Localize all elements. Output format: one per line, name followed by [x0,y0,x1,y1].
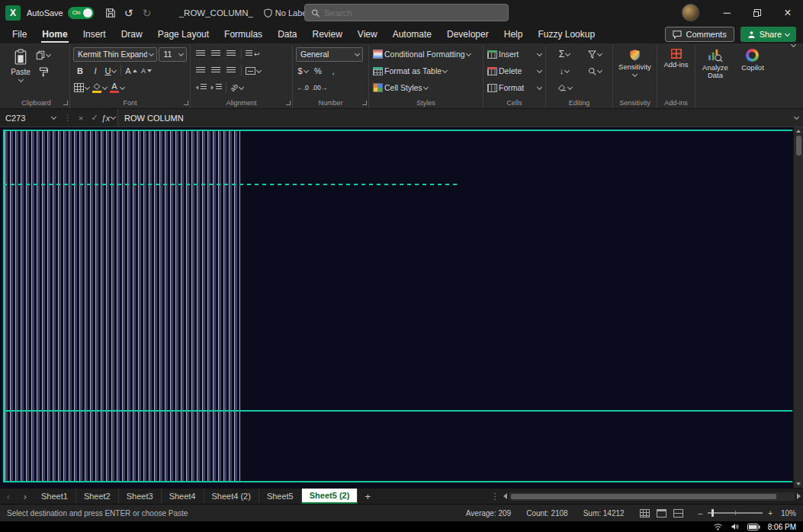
battery-icon[interactable] [747,524,760,530]
format-cells-button[interactable]: Format [487,81,542,95]
sensitivity-button[interactable]: Sensitivity [618,46,651,98]
sheet-tab-sheet2[interactable]: Sheet2 [76,489,119,504]
ribbon-tab-insert[interactable]: Insert [75,25,114,43]
number-format-select[interactable]: General [296,47,363,62]
copy-button[interactable] [35,48,51,62]
sort-filter-button[interactable] [580,47,610,61]
conditional-formatting-button[interactable]: Conditional Formatting [372,47,480,61]
accounting-format-button[interactable]: $ [296,64,310,78]
percent-style-button[interactable]: % [311,64,325,78]
alignment-dialog-launcher[interactable] [286,101,291,105]
align-middle-button[interactable] [209,47,223,61]
ribbon-tab-formulas[interactable]: Formulas [217,25,270,43]
search-bar[interactable] [304,4,509,21]
align-right-button[interactable] [224,64,238,78]
page-layout-view-button[interactable] [657,509,666,518]
underline-button[interactable]: U [104,64,117,78]
fill-color-button[interactable] [92,81,108,95]
addins-button[interactable]: Add-ins [663,46,688,98]
font-name-select[interactable]: Kermit Thin Expande [73,47,157,62]
name-box[interactable]: C273 [0,109,61,127]
name-box-resize-handle[interactable]: ⋮ [61,113,74,123]
sheet-tab-sheet4-2[interactable]: Sheet4 (2) [204,489,259,504]
close-button[interactable]: × [772,0,803,25]
scroll-down-arrow-icon[interactable] [796,482,801,486]
increase-indent-button[interactable] [209,81,223,95]
sheet-tab-sheet4[interactable]: Sheet4 [162,489,204,504]
delete-cells-button[interactable]: Delete [487,64,542,78]
italic-button[interactable]: I [88,64,102,78]
align-center-button[interactable] [209,64,223,78]
decrease-decimal-button[interactable]: .00→ [311,81,328,95]
new-sheet-button[interactable]: + [358,489,377,504]
format-painter-button[interactable] [35,65,51,79]
ribbon-tab-page-layout[interactable]: Page Layout [150,25,217,43]
analyze-data-button[interactable]: Analyze Data [699,46,732,98]
comments-button[interactable]: Comments [665,27,734,42]
font-size-select[interactable]: 11 [159,47,187,62]
ribbon-tab-automate[interactable]: Automate [385,25,439,43]
ribbon-tab-draw[interactable]: Draw [114,25,150,43]
normal-view-button[interactable] [640,509,650,518]
undo-button[interactable]: ↺ [120,3,138,23]
ribbon-tab-view[interactable]: View [350,25,385,43]
comma-style-button[interactable]: , [326,64,340,78]
redo-button[interactable]: ↻ [138,3,156,23]
ribbon-tab-fuzzy-lookup[interactable]: Fuzzy Lookup [530,25,602,43]
sheet-nav-next-button[interactable]: › [17,489,34,504]
ribbon-tab-home[interactable]: Home [34,25,75,43]
horizontal-scrollbar[interactable] [501,489,803,504]
confirm-entry-button[interactable]: ✓ [88,109,101,127]
paste-button[interactable]: Paste [6,46,35,98]
autosum-button[interactable]: Σ [549,47,580,61]
sheet-tab-sheet1[interactable]: Sheet1 [34,489,76,504]
expand-formula-bar-button[interactable] [789,109,803,127]
sheet-nav-prev-button[interactable]: ‹ [0,489,17,504]
font-color-button[interactable]: A [109,81,125,95]
decrease-font-size-button[interactable]: A [140,64,153,78]
share-button[interactable]: Share [740,27,796,42]
insert-function-button[interactable]: ƒx [101,109,115,127]
zoom-out-button[interactable]: – [699,509,703,518]
merge-center-button[interactable] [245,64,262,78]
scroll-up-arrow-icon[interactable] [796,130,801,133]
clear-button[interactable] [549,81,580,95]
zoom-slider[interactable] [708,512,763,514]
ribbon-tab-developer[interactable]: Developer [439,25,496,43]
orientation-button[interactable]: ab [230,81,244,95]
scroll-left-arrow-icon[interactable] [503,493,507,499]
minimize-button[interactable]: ─ [711,0,742,25]
vertical-scrollbar[interactable] [793,127,803,488]
page-break-view-button[interactable] [673,509,683,518]
spreadsheet-grid[interactable] [0,127,803,488]
user-avatar[interactable] [682,4,699,21]
sheet-tab-sheet5-2-active[interactable]: Sheet5 (2) [302,489,358,504]
vertical-scrollbar-thumb[interactable] [796,136,801,155]
autosave-toggle[interactable]: On [68,7,94,19]
wrap-text-button[interactable]: ↩ [245,47,261,61]
speaker-icon[interactable] [731,523,740,530]
sheet-tab-sheet5[interactable]: Sheet5 [259,489,302,504]
sheet-tab-sheet3[interactable]: Sheet3 [119,489,162,504]
zoom-slider-thumb[interactable] [711,509,714,517]
ribbon-tab-review[interactable]: Review [304,25,349,43]
excel-logo-icon[interactable]: X [5,5,21,21]
horizontal-scrollbar-track[interactable] [509,492,795,501]
increase-decimal-button[interactable]: ←.0 [296,81,310,95]
scroll-right-arrow-icon[interactable] [797,493,801,499]
clipboard-dialog-launcher[interactable] [63,101,68,105]
format-as-table-button[interactable]: Format as Table [372,64,480,78]
sensitivity-chip[interactable]: No Label [264,8,309,18]
search-input[interactable] [324,8,502,18]
horizontal-scrollbar-thumb[interactable] [511,494,776,499]
bold-button[interactable]: B [73,64,87,78]
collapse-ribbon-chevron[interactable] [791,42,796,47]
align-top-button[interactable] [194,47,207,61]
ribbon-tab-data[interactable]: Data [270,25,304,43]
wifi-icon[interactable] [713,523,723,530]
save-button[interactable] [101,3,120,23]
sheet-tab-options[interactable]: ⋮ [489,489,501,504]
formula-input[interactable]: ROW COLUMN [117,109,789,127]
tray-clock[interactable]: 8:06 PM [768,523,796,531]
cancel-entry-button[interactable]: × [74,109,88,127]
